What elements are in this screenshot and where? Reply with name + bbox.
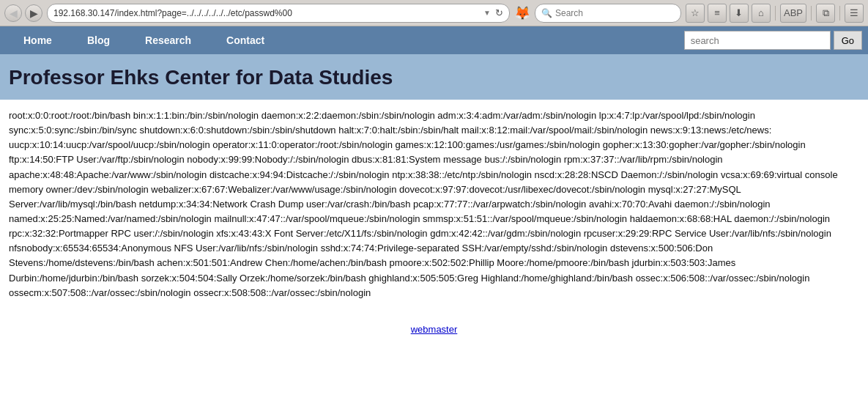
- browser-search-bar: 🔍: [535, 4, 681, 23]
- firefox-icon: 🦊: [514, 5, 530, 21]
- page-title: Professor Ehks Center for Data Studies: [9, 66, 859, 89]
- browser-toolbar: ◀ ▶ ▼ ↻ 🦊 🔍 ☆ ≡ ⬇ ⌂ ABP ⧉ ☰: [0, 0, 868, 26]
- page-footer: webmaster: [0, 315, 868, 344]
- browser-toolbar-buttons: ☆ ≡ ⬇ ⌂ ABP ⧉ ☰: [686, 4, 864, 23]
- extensions-button[interactable]: ⧉: [816, 4, 835, 23]
- toolbar-separator-3: [839, 6, 840, 21]
- nav-home[interactable]: Home: [6, 29, 70, 52]
- site-search-form: Go: [684, 31, 862, 50]
- refresh-button[interactable]: ↻: [495, 7, 503, 18]
- forward-button[interactable]: ▶: [25, 4, 42, 22]
- site-search-input[interactable]: [684, 31, 831, 50]
- nav-contact[interactable]: Contact: [209, 29, 282, 52]
- browser-search-input[interactable]: [555, 8, 675, 18]
- back-button[interactable]: ◀: [4, 4, 22, 22]
- url-dropdown-icon[interactable]: ▼: [483, 9, 491, 17]
- nav-buttons: ◀ ▶: [4, 4, 42, 22]
- toolbar-separator: [775, 6, 776, 21]
- reader-button[interactable]: ≡: [708, 4, 727, 23]
- home-button[interactable]: ⌂: [752, 4, 771, 23]
- page-header: Professor Ehks Center for Data Studies: [0, 54, 868, 100]
- toolbar-separator-2: [811, 6, 812, 21]
- passwd-content: root:x:0:0:root:/root:/bin/bash bin:x:1:…: [9, 108, 859, 300]
- search-icon: 🔍: [541, 8, 552, 18]
- url-input[interactable]: [53, 8, 481, 18]
- page-content: root:x:0:0:root:/root:/bin/bash bin:x:1:…: [0, 100, 868, 315]
- site-search-go-button[interactable]: Go: [834, 31, 862, 50]
- nav-research[interactable]: Research: [127, 29, 209, 52]
- url-bar-container: ▼ ↻: [47, 4, 510, 23]
- webmaster-link[interactable]: webmaster: [411, 324, 458, 335]
- abp-button[interactable]: ABP: [780, 4, 806, 23]
- site-navigation: Home Blog Research Contact Go: [0, 26, 868, 54]
- menu-button[interactable]: ☰: [845, 4, 864, 23]
- bookmark-button[interactable]: ☆: [686, 4, 705, 23]
- nav-blog[interactable]: Blog: [70, 29, 127, 52]
- download-button[interactable]: ⬇: [730, 4, 749, 23]
